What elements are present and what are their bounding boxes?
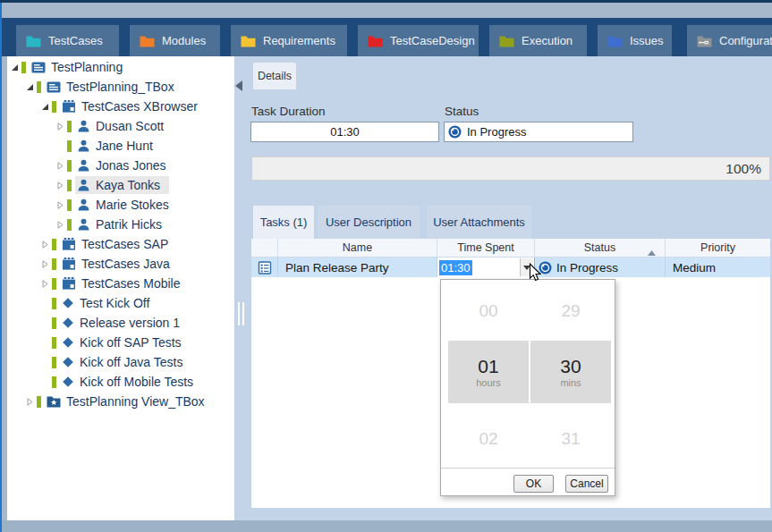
status-dropdown[interactable]: In Progress bbox=[444, 122, 633, 142]
tree-item-kick-off-sap-tests[interactable]: Kick off SAP Tests bbox=[7, 333, 234, 352]
diamond-icon bbox=[62, 356, 74, 368]
hours-next-option[interactable]: 02 bbox=[448, 426, 529, 452]
tree-item-marie-stokes[interactable]: Marie Stokes bbox=[7, 195, 234, 215]
tree-item-patrik-hicks[interactable]: Patrik Hicks bbox=[7, 215, 234, 234]
tree-item-release-version-1[interactable]: Release version 1 bbox=[7, 313, 234, 333]
minutes-next-option[interactable]: 31 bbox=[530, 426, 611, 452]
green-status-bar bbox=[67, 219, 72, 231]
task-status-cell[interactable]: In Progress bbox=[535, 258, 666, 277]
tree-item-label: Release version 1 bbox=[80, 316, 180, 330]
collapse-arrow-icon[interactable] bbox=[41, 103, 51, 111]
green-status-bar bbox=[52, 298, 56, 309]
expand-arrow-icon[interactable] bbox=[41, 260, 51, 268]
nav-tab-modules[interactable]: Modules bbox=[130, 25, 220, 56]
nav-tab-label: Issues bbox=[630, 34, 664, 47]
nav-tab-issues[interactable]: Issues bbox=[598, 25, 672, 56]
tree-item-testplanning[interactable]: TestPlanning bbox=[7, 57, 234, 77]
expand-arrow-icon[interactable] bbox=[41, 280, 51, 288]
hours-selected-box[interactable]: 01 hours bbox=[448, 341, 529, 403]
green-status-bar bbox=[52, 278, 56, 290]
folder-icon bbox=[607, 35, 623, 47]
tree-item-kick-off-mobile-tests[interactable]: Kick off Mobile Tests bbox=[7, 372, 234, 392]
task-duration-input[interactable] bbox=[250, 122, 439, 142]
nav-tab-testcasedesign[interactable]: TestCaseDesign bbox=[358, 25, 479, 56]
nav-tab-configuration[interactable]: Configuration bbox=[687, 25, 772, 56]
person-icon bbox=[77, 139, 90, 152]
tab-details[interactable]: Details bbox=[253, 63, 296, 89]
expand-arrow-icon[interactable] bbox=[41, 241, 51, 249]
tree-item-testcases-mobile[interactable]: TestCases Mobile bbox=[7, 274, 234, 293]
nav-tab-requirements[interactable]: Requirements bbox=[231, 25, 347, 56]
table-row[interactable]: Plan Release Party 01:30 In Progress Med… bbox=[251, 258, 770, 277]
green-status-bar bbox=[67, 121, 72, 132]
minutes-unit-label: mins bbox=[560, 377, 581, 388]
expand-arrow-icon[interactable] bbox=[56, 201, 66, 209]
tree-item-kaya-tonks[interactable]: Kaya Tonks bbox=[7, 175, 234, 195]
minutes-selected-box[interactable]: 30 mins bbox=[530, 341, 611, 403]
tree-item-content: TestPlanning View_TBox bbox=[45, 393, 214, 410]
cancel-button[interactable]: Cancel bbox=[565, 475, 608, 493]
task-priority-cell[interactable]: Medium bbox=[666, 258, 770, 277]
expand-arrow-icon[interactable] bbox=[56, 182, 66, 190]
tree-item-jonas-jones[interactable]: Jonas Jones bbox=[7, 156, 234, 175]
ok-button[interactable]: OK bbox=[513, 475, 554, 493]
tree-item-content: Marie Stokes bbox=[75, 196, 178, 214]
minutes-prev-option[interactable]: 29 bbox=[530, 298, 611, 325]
nav-tab-label: Modules bbox=[162, 34, 206, 47]
nav-tab-testcases[interactable]: TestCases bbox=[16, 25, 119, 56]
green-status-bar bbox=[52, 337, 56, 349]
green-status-bar bbox=[67, 180, 72, 191]
tree-item-test-kick-off[interactable]: Test Kick Off bbox=[7, 293, 234, 313]
column-header-icon bbox=[251, 239, 278, 257]
tree-item-dusan-scott[interactable]: Dusan Scott bbox=[7, 116, 234, 136]
expand-arrow-icon[interactable] bbox=[56, 122, 66, 131]
tree-item-testcases-sap[interactable]: TestCases SAP bbox=[7, 234, 234, 254]
tree-item-content: Jonas Jones bbox=[75, 156, 175, 174]
tree-item-label: TestCases Mobile bbox=[81, 276, 181, 291]
tree-item-jane-hunt[interactable]: Jane Hunt bbox=[7, 136, 234, 156]
task-name-cell[interactable]: Plan Release Party bbox=[278, 258, 437, 277]
green-status-bar bbox=[52, 357, 56, 368]
tree-item-content: TestCases SAP bbox=[60, 235, 177, 253]
tree-item-testplanning-view-tbox[interactable]: TestPlanning View_TBox bbox=[7, 392, 234, 411]
diamond-icon bbox=[62, 317, 74, 329]
hours-unit-label: hours bbox=[476, 377, 501, 388]
hours-prev-option[interactable]: 00 bbox=[448, 298, 529, 325]
green-status-bar bbox=[37, 396, 41, 408]
tree-panel: TestPlanningTestPlanning_TBoxTestCases X… bbox=[7, 56, 234, 520]
tree-item-content: Patrik Hicks bbox=[75, 215, 171, 233]
in-progress-icon bbox=[448, 125, 462, 139]
calendar-icon bbox=[62, 100, 76, 113]
person-icon bbox=[77, 179, 90, 191]
person-icon bbox=[77, 159, 90, 172]
green-status-bar bbox=[67, 199, 72, 211]
column-header-priority[interactable]: Priority bbox=[666, 239, 770, 257]
collapse-panel-icon[interactable] bbox=[235, 79, 242, 89]
tab-user-description[interactable]: User Description bbox=[318, 206, 420, 239]
column-header-time-spent[interactable]: Time Spent bbox=[437, 239, 535, 257]
tree-item-testplanning-tbox[interactable]: TestPlanning_TBox bbox=[7, 77, 234, 97]
column-header-status[interactable]: Status bbox=[535, 239, 666, 257]
time-spent-edit-cell[interactable]: 01:30 bbox=[437, 258, 535, 277]
expand-arrow-icon[interactable] bbox=[56, 162, 66, 170]
expand-arrow-icon[interactable] bbox=[26, 398, 36, 406]
progress-value: 100% bbox=[725, 161, 761, 177]
task-status-value: In Progress bbox=[556, 261, 618, 274]
collapse-arrow-icon[interactable] bbox=[26, 83, 36, 91]
folder-icon bbox=[499, 35, 514, 47]
person-icon bbox=[77, 218, 90, 231]
tab-user-attachments[interactable]: User Attachments bbox=[427, 206, 531, 239]
tab-tasks[interactable]: Tasks (1) bbox=[253, 206, 314, 239]
person-icon bbox=[77, 120, 90, 132]
tree-item-testcases-java[interactable]: TestCases Java bbox=[7, 254, 234, 274]
green-status-bar bbox=[52, 317, 56, 329]
splitter-grip[interactable] bbox=[238, 302, 244, 325]
expand-arrow-icon[interactable] bbox=[56, 221, 66, 229]
tree-item-kick-off-java-tests[interactable]: Kick off Java Tests bbox=[7, 352, 234, 372]
collapse-arrow-icon[interactable] bbox=[11, 63, 21, 72]
calendar-icon bbox=[62, 258, 76, 270]
tree-item-label: TestCases XBrowser bbox=[81, 99, 198, 114]
nav-tab-execution[interactable]: Execution bbox=[489, 25, 587, 56]
column-header-name[interactable]: Name bbox=[278, 239, 437, 257]
tree-item-testcases-xbrowser[interactable]: TestCases XBrowser bbox=[7, 97, 234, 116]
